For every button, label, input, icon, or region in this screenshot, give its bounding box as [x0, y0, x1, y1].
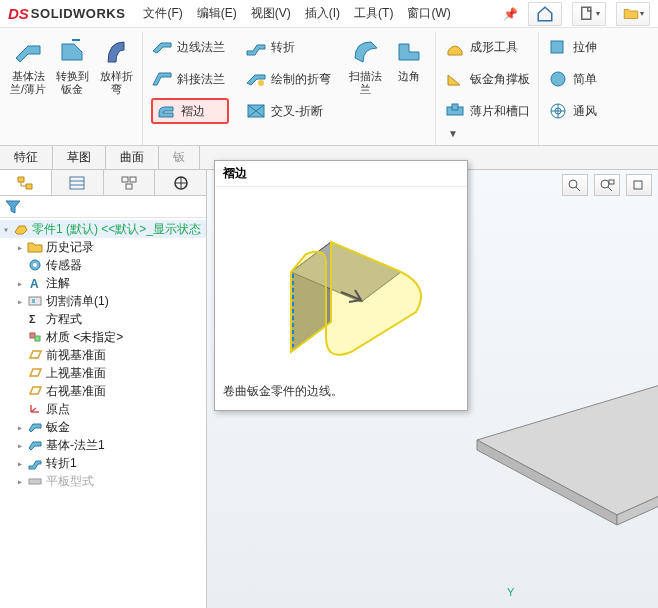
miter-flange-button[interactable]: 斜接法兰	[151, 66, 229, 92]
tree-item[interactable]: ▸A注解	[0, 274, 206, 292]
svg-rect-22	[29, 479, 41, 484]
tree-item[interactable]: 材质 <未指定>	[0, 328, 206, 346]
pushpin-icon[interactable]: 📌	[503, 7, 518, 21]
svg-rect-20	[30, 333, 35, 338]
tooltip-description: 卷曲钣金零件的边线。	[215, 377, 467, 410]
gusset-button[interactable]: 钣金角撑板	[444, 66, 530, 92]
tree-item[interactable]: ▸切割清单(1)	[0, 292, 206, 310]
menu-insert[interactable]: 插入(I)	[305, 5, 340, 22]
svg-rect-21	[35, 336, 40, 341]
ribbon-overflow-icon[interactable]: ▼	[448, 128, 458, 139]
loft-bend-button[interactable]: 放样折 弯	[94, 32, 138, 96]
sidetab-dimxpert[interactable]	[155, 170, 206, 195]
logo-prefix: DS	[8, 5, 29, 22]
svg-point-15	[33, 263, 37, 267]
sidetab-feature-tree[interactable]	[0, 170, 52, 195]
svg-rect-11	[130, 177, 136, 182]
extrude-button[interactable]: 拉伸	[547, 34, 597, 60]
base-flange-button[interactable]: 基体法 兰/薄片	[6, 32, 50, 96]
svg-rect-25	[609, 180, 614, 184]
tab-surface[interactable]: 曲面	[106, 146, 159, 169]
view-orient-icon[interactable]	[626, 174, 652, 196]
svg-point-23	[569, 180, 577, 188]
jog-button[interactable]: 转折	[245, 34, 331, 60]
simple-button[interactable]: 简单	[547, 66, 597, 92]
svg-rect-18	[32, 299, 35, 303]
main-menu: 文件(F) 编辑(E) 视图(V) 插入(I) 工具(T) 窗口(W)	[143, 5, 450, 22]
corner-button[interactable]: 边角	[387, 32, 431, 96]
sidetab-property[interactable]	[52, 170, 104, 195]
svg-rect-4	[452, 104, 458, 110]
tree-item[interactable]: ▸转折1	[0, 454, 206, 472]
tab-sheetmetal[interactable]: 钣	[159, 146, 200, 169]
feature-tree: ▾ 零件1 (默认) <<默认>_显示状态 ▸历史记录 传感器▸A注解▸切割清单…	[0, 218, 206, 608]
tree-item[interactable]: 传感器	[0, 256, 206, 274]
tree-item[interactable]: ▸钣金	[0, 418, 206, 436]
tab-sketch[interactable]: 草图	[53, 146, 106, 169]
cross-break-button[interactable]: 交叉-折断	[245, 98, 331, 124]
svg-rect-26	[634, 181, 642, 189]
tooltip-preview	[215, 187, 467, 377]
ribbon: 基体法 兰/薄片 转换到 钣金 放样折 弯 边线法兰 斜接法兰	[0, 28, 658, 146]
convert-sheetmetal-button[interactable]: 转换到 钣金	[50, 32, 94, 96]
svg-point-24	[601, 180, 609, 188]
zoom-area-icon[interactable]	[594, 174, 620, 196]
svg-text:A: A	[30, 277, 39, 290]
hem-button[interactable]: 褶边	[151, 98, 229, 124]
tab-feature[interactable]: 特征	[0, 146, 53, 169]
menu-view[interactable]: 视图(V)	[251, 5, 291, 22]
menu-file[interactable]: 文件(F)	[143, 5, 182, 22]
svg-point-1	[258, 80, 264, 86]
menu-window[interactable]: 窗口(W)	[407, 5, 450, 22]
forming-tool-button[interactable]: 成形工具	[444, 34, 530, 60]
home-button[interactable]	[528, 2, 562, 26]
svg-rect-10	[122, 177, 128, 182]
svg-rect-9	[70, 177, 84, 189]
menu-tools[interactable]: 工具(T)	[354, 5, 393, 22]
tree-root[interactable]: ▾ 零件1 (默认) <<默认>_显示状态	[0, 220, 206, 238]
tree-item[interactable]: ▸基体-法兰1	[0, 436, 206, 454]
sketched-bend-button[interactable]: 绘制的折弯	[245, 66, 331, 92]
svg-text:Σ: Σ	[29, 313, 36, 325]
tree-item[interactable]: Σ方程式	[0, 310, 206, 328]
filter-icon[interactable]	[4, 198, 22, 216]
tab-slot-button[interactable]: 薄片和槽口	[444, 98, 530, 124]
sweep-flange-button[interactable]: 扫描法 兰	[343, 32, 387, 96]
zoom-fit-icon[interactable]	[562, 174, 588, 196]
feature-tree-pane: ▾ 零件1 (默认) <<默认>_显示状态 ▸历史记录 传感器▸A注解▸切割清单…	[0, 170, 207, 608]
svg-rect-0	[582, 7, 591, 19]
tree-item[interactable]: 前视基准面	[0, 346, 206, 364]
axis-label: Y	[507, 586, 514, 598]
edge-flange-button[interactable]: 边线法兰	[151, 34, 229, 60]
tooltip-title: 褶边	[215, 161, 467, 187]
sidetab-config[interactable]	[104, 170, 156, 195]
svg-point-6	[551, 72, 565, 86]
tree-item[interactable]: ▸平板型式	[0, 472, 206, 490]
tree-item[interactable]: 上视基准面	[0, 364, 206, 382]
model-sheet	[467, 360, 658, 530]
svg-rect-5	[551, 41, 563, 53]
new-button[interactable]: ▾	[572, 2, 606, 26]
app-logo: DS SOLIDWORKS	[8, 5, 125, 22]
logo-name: SOLIDWORKS	[31, 6, 126, 21]
tree-item[interactable]: ▸历史记录	[0, 238, 206, 256]
svg-rect-12	[126, 184, 132, 189]
menu-edit[interactable]: 编辑(E)	[197, 5, 237, 22]
tree-item[interactable]: 右视基准面	[0, 382, 206, 400]
open-button[interactable]: ▾	[616, 2, 650, 26]
tree-item[interactable]: 原点	[0, 400, 206, 418]
vent-button[interactable]: 通风	[547, 98, 597, 124]
hem-tooltip: 褶边 卷曲钣金零件的边线。	[214, 160, 468, 411]
